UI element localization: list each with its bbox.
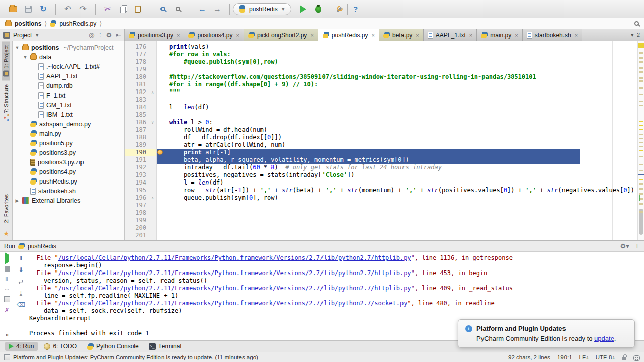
tree-item-positions3-py-zip[interactable]: positions3.py.zip [13,157,124,167]
stripe-mark[interactable] [639,61,643,63]
paste-icon[interactable] [133,4,143,14]
tree-item-positions[interactable]: ▼positions~/PycharmProject [13,43,124,52]
help-button[interactable]: ? [351,4,361,14]
toolwindow-project-button[interactable]: 1: Project [2,41,10,80]
code-line-191[interactable]: beta, alpha, r_squared, volatility, mome… [157,156,644,164]
stripe-mark[interactable] [639,138,643,139]
tab-overflow-indicator[interactable]: ▾≡2 [627,29,644,41]
navigate-back-icon[interactable]: ← [197,4,207,14]
code-line-180[interactable]: #http://stackoverflow.com/questions/3850… [157,73,644,81]
up-stack-trace-icon[interactable]: ⬆ [18,255,23,262]
tree-item-data[interactable]: ▼data [13,52,124,62]
stripe-mark[interactable] [639,125,643,126]
editor-tab-positions4-py[interactable]: positions4.py× [184,29,244,41]
editor-tab-startbokeh-sh[interactable]: startbokeh.sh× [523,29,582,41]
code-line-183[interactable] [157,96,644,104]
line-number[interactable]: 190 [125,149,156,156]
line-separator-indicator[interactable]: LF⇕ [579,354,589,360]
status-message[interactable]: Platform and Plugin Updates: PyCharm Com… [13,354,258,360]
toolwindow-button-terminal[interactable]: >_Terminal [145,342,185,351]
tree-item-pushredis-py[interactable]: pushRedis.py [13,176,124,186]
lock-icon[interactable] [622,357,626,360]
tree-expand-arrow[interactable]: ▶ [15,198,20,203]
code-line-182[interactable]: """ [157,88,644,96]
stripe-mark[interactable] [639,193,643,195]
toolwindow-structure-button[interactable]: 7: Structure [2,80,10,125]
stripe-mark[interactable] [639,183,643,185]
close-icon[interactable]: × [575,32,578,38]
stack-trace-link[interactable]: /usr/local/Cellar/python/2.7.11/Framewor… [58,254,411,261]
pause-output-button[interactable]: ‖ [5,276,8,282]
scroll-to-end-icon[interactable]: ⤓ [20,290,22,297]
line-number[interactable]: 197 [125,202,156,209]
editor-tab-pushredis-py[interactable]: pushRedis.py× [318,29,379,41]
code-line-184[interactable]: l = len(df) [157,104,644,111]
line-number[interactable]: 193 [125,171,156,179]
stripe-mark[interactable] [639,105,643,106]
tree-item-positions3-py[interactable]: positions3.py [13,148,124,157]
copy-icon[interactable] [118,4,128,14]
stripe-mark[interactable] [639,71,643,73]
hector-inspections-icon[interactable] [633,355,640,361]
toolwindow-button--run[interactable]: 4: Run [5,342,38,351]
debug-button[interactable] [313,4,324,14]
down-stack-trace-icon[interactable]: ⬇ [18,266,23,274]
code-line-188[interactable]: df = df.drop(df.index[[0]]) [157,134,644,141]
code-line-199[interactable] [157,217,644,224]
line-number[interactable]: 182∧ [125,88,156,96]
stripe-mark[interactable] [639,101,643,102]
undo-icon[interactable]: ↶ [63,4,73,14]
stripe-mark[interactable] [639,203,643,205]
settings-wrench-icon[interactable] [334,4,344,14]
tree-item-position5-py[interactable]: position5.py [13,138,124,148]
code-line-177[interactable]: #for row in vals: [157,51,644,58]
line-number[interactable]: 201 [125,232,156,239]
line-number[interactable]: 199 [125,217,156,224]
editor-tab-main-py[interactable]: main.py× [477,29,522,41]
line-number[interactable]: 177 [125,51,156,58]
stripe-mark[interactable] [639,80,643,82]
line-number[interactable]: 195 [125,187,156,194]
code-line-198[interactable] [157,209,644,217]
close-icon[interactable]: × [177,32,180,38]
restore-layout-icon[interactable] [4,296,10,302]
line-number[interactable]: 188 [125,134,156,141]
line-number[interactable]: 191 [125,156,156,164]
gear-icon[interactable]: ⚙ [106,31,112,39]
find-icon[interactable] [157,4,168,14]
update-link[interactable]: update [594,335,614,342]
stripe-mark[interactable] [639,164,643,165]
search-icon[interactable] [634,21,639,26]
close-icon[interactable]: × [310,32,313,38]
project-panel-header[interactable]: Project ▼ ◎ ÷ ⚙ ⇤ [0,29,125,41]
tree-item-external-libraries[interactable]: ▶External Libraries [13,196,124,205]
soft-wrap-icon[interactable]: ⇄ [18,278,23,285]
hide-panel-icon[interactable]: ⇤ [116,31,121,39]
stripe-mark[interactable] [639,134,643,135]
tree-item-dump-rdb[interactable]: dump.rdb [13,81,124,90]
code-line-197[interactable] [157,202,644,209]
redo-icon[interactable]: ↷ [78,4,88,14]
editor-tab-aapl-1-txt[interactable]: AAPL_1.txt× [424,29,477,41]
gear-icon[interactable]: ⚙▾ [620,242,629,250]
line-number[interactable]: 196∧ [125,194,156,202]
stripe-mark[interactable] [639,156,643,157]
navigate-forward-icon[interactable]: → [212,4,222,14]
replace-icon[interactable] [173,4,183,14]
run-button[interactable] [298,4,308,14]
stack-trace-link[interactable]: /usr/local/Cellar/python/2.7.11/Framewor… [58,269,411,277]
line-number[interactable]: 194 [125,179,156,187]
synchronize-icon[interactable]: ↻ [38,4,48,14]
line-number[interactable]: 187 [125,126,156,134]
rerun-button[interactable] [5,255,9,262]
cut-icon[interactable]: ✂ [103,4,113,14]
code-line-194[interactable]: l = len(df) [157,179,644,187]
toolwindow-toggle-icon[interactable] [4,354,10,360]
line-number[interactable]: 179 [125,66,156,73]
stripe-mark[interactable] [638,174,644,175]
stripe-mark[interactable] [639,179,643,180]
stack-trace-link[interactable]: /usr/local/Cellar/python/2.7.11/Framewor… [58,285,411,292]
line-number[interactable]: 198 [125,209,156,217]
line-number[interactable]: 180 [125,73,156,81]
toolwindow-favorites-button[interactable]: 2: Favorites [2,190,10,227]
